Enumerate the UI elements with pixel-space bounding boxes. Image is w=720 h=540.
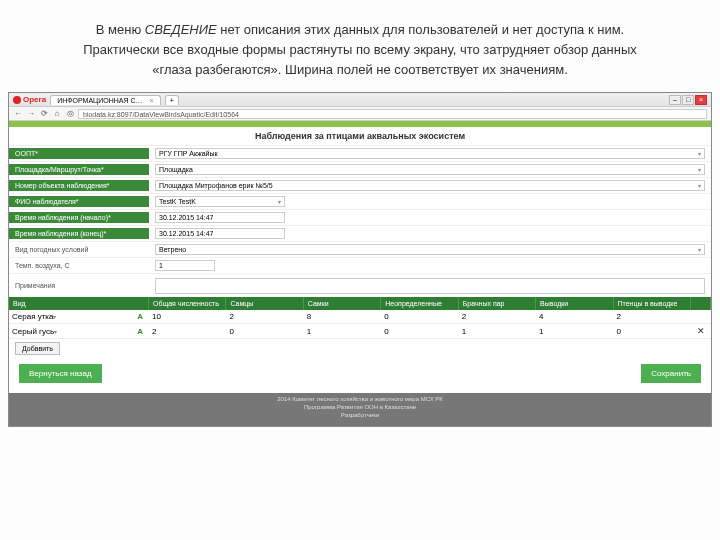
- input-total[interactable]: 10: [152, 312, 223, 321]
- input-start-time[interactable]: 30.12.2015 14:47: [155, 212, 285, 223]
- bottom-buttons: Вернуться назад Сохранить: [9, 358, 711, 393]
- th-species: Вид: [9, 297, 149, 310]
- globe-icon: ◎: [65, 109, 75, 118]
- value-area: Площадка: [159, 166, 193, 173]
- input-undef[interactable]: 0: [384, 312, 455, 321]
- select-weather[interactable]: Ветрено▾: [155, 244, 705, 255]
- close-tab-icon[interactable]: ×: [150, 97, 154, 104]
- caption-part: В меню: [96, 22, 145, 37]
- back-icon[interactable]: ←: [13, 109, 23, 118]
- select-species[interactable]: Серая утка▾: [12, 312, 134, 321]
- chevron-down-icon: ▾: [54, 329, 57, 335]
- add-row-button[interactable]: Добавить: [15, 342, 60, 355]
- save-button[interactable]: Сохранить: [641, 364, 701, 383]
- cell-val: 0: [384, 312, 388, 321]
- label-notes: Примечания: [9, 280, 149, 291]
- select-area[interactable]: Площадка▾: [155, 164, 705, 175]
- label-area: Площадка/Маршрут/Точка*: [9, 164, 149, 175]
- chevron-down-icon: ▾: [53, 314, 56, 320]
- input-temp[interactable]: 1: [155, 260, 215, 271]
- cell-val: 2: [229, 312, 233, 321]
- value-oopt: РГУ ГПР Акжайык: [159, 150, 218, 157]
- forward-icon[interactable]: →: [26, 109, 36, 118]
- cell-val: 2: [152, 327, 156, 336]
- species-table-header: Вид Общая численность Самцы Самки Неопре…: [9, 297, 711, 310]
- browser-tab[interactable]: ИНФОРМАЦИОННАЯ С…×: [50, 95, 161, 105]
- window-controls: – □ ×: [669, 95, 707, 105]
- address-input[interactable]: biodata.kz:8097/DataViewBirdsAquatic/Edi…: [78, 109, 707, 119]
- input-notes[interactable]: [155, 278, 705, 294]
- label-observer: ФИО наблюдателя*: [9, 196, 149, 207]
- maximize-icon[interactable]: □: [682, 95, 694, 105]
- people-icon[interactable]: A: [134, 312, 146, 321]
- titlebar: Opera ИНФОРМАЦИОННАЯ С…× + – □ ×: [9, 93, 711, 107]
- caption-italic: СВЕДЕНИЕ: [145, 22, 221, 37]
- footer-line: Программа Развития ООН в Казахстане: [9, 404, 711, 412]
- value-object: Площадка Митрофанов ерик №5/5: [159, 182, 273, 189]
- cell-val: 4: [539, 312, 543, 321]
- label-weather: Вид погодных условий: [9, 244, 149, 255]
- cell-val: 2: [462, 312, 466, 321]
- tab-title: ИНФОРМАЦИОННАЯ С…: [57, 97, 142, 104]
- url-bar: ← → ⟳ ⌂ ◎ biodata.kz:8097/DataViewBirdsA…: [9, 107, 711, 121]
- value-weather: Ветрено: [159, 246, 186, 253]
- chevron-down-icon: ▾: [698, 166, 701, 173]
- th-females: Самки: [304, 297, 381, 310]
- select-observer[interactable]: TestK TestK▾: [155, 196, 285, 207]
- home-icon[interactable]: ⌂: [52, 109, 62, 118]
- people-icon[interactable]: A: [134, 327, 146, 336]
- th-remove: [691, 297, 711, 310]
- remove-row-icon[interactable]: [691, 315, 711, 319]
- input-males[interactable]: 2: [229, 312, 300, 321]
- input-broods[interactable]: 4: [539, 312, 610, 321]
- table-row: Серый гусь▾A 2 0 1 0 1 1 0 ✕: [9, 324, 711, 339]
- input-total[interactable]: 2: [152, 327, 223, 336]
- chevron-down-icon: ▾: [698, 150, 701, 157]
- species-val: Серая утка: [12, 312, 53, 321]
- select-species[interactable]: Серый гусь▾: [12, 327, 134, 336]
- cell-val: 1: [462, 327, 466, 336]
- th-chicks: Птенцы в выводке: [614, 297, 691, 310]
- cell-val: 2: [617, 312, 621, 321]
- input-chicks[interactable]: 0: [617, 327, 688, 336]
- back-button[interactable]: Вернуться назад: [19, 364, 102, 383]
- footer-line: 2014 Комитет лесного хозяйства и животно…: [9, 396, 711, 404]
- input-pairs[interactable]: 1: [462, 327, 533, 336]
- close-icon[interactable]: ×: [695, 95, 707, 105]
- cell-val: 1: [539, 327, 543, 336]
- cell-val: 0: [229, 327, 233, 336]
- input-females[interactable]: 1: [307, 327, 378, 336]
- th-males: Самцы: [226, 297, 303, 310]
- select-oopt[interactable]: РГУ ГПР Акжайык▾: [155, 148, 705, 159]
- value-end-time: 30.12.2015 14:47: [159, 230, 214, 237]
- opera-icon: [13, 96, 21, 104]
- observation-form: ООПТ*РГУ ГПР Акжайык▾ Площадка/Маршрут/Т…: [9, 145, 711, 297]
- cell-val: 1: [307, 327, 311, 336]
- chevron-down-icon: ▾: [698, 182, 701, 189]
- minimize-icon[interactable]: –: [669, 95, 681, 105]
- select-object[interactable]: Площадка Митрофанов ерик №5/5▾: [155, 180, 705, 191]
- input-undef[interactable]: 0: [384, 327, 455, 336]
- th-total: Общая численность: [149, 297, 226, 310]
- th-broods: Выводки: [536, 297, 613, 310]
- label-temp: Темп. воздуха, C: [9, 260, 149, 271]
- label-end-time: Время наблюдения (конец)*: [9, 228, 149, 239]
- caption-part: нет описания этих данных для пользовател…: [220, 22, 624, 37]
- brand-text: Opera: [23, 95, 46, 104]
- table-row: Серая утка▾A 10 2 8 0 2 4 2: [9, 310, 711, 324]
- input-pairs[interactable]: 2: [462, 312, 533, 321]
- input-broods[interactable]: 1: [539, 327, 610, 336]
- chevron-down-icon: ▾: [278, 198, 281, 205]
- chevron-down-icon: ▾: [698, 246, 701, 253]
- new-tab-button[interactable]: +: [165, 95, 179, 105]
- remove-row-icon[interactable]: ✕: [691, 324, 711, 338]
- input-females[interactable]: 8: [307, 312, 378, 321]
- footer-line: Разработчики: [9, 412, 711, 420]
- input-chicks[interactable]: 2: [617, 312, 688, 321]
- input-end-time[interactable]: 30.12.2015 14:47: [155, 228, 285, 239]
- label-oopt: ООПТ*: [9, 148, 149, 159]
- browser-brand: Opera: [13, 95, 46, 104]
- input-males[interactable]: 0: [229, 327, 300, 336]
- slide-caption: В меню СВЕДЕНИЕ нет описания этих данных…: [0, 0, 720, 92]
- reload-icon[interactable]: ⟳: [39, 109, 49, 118]
